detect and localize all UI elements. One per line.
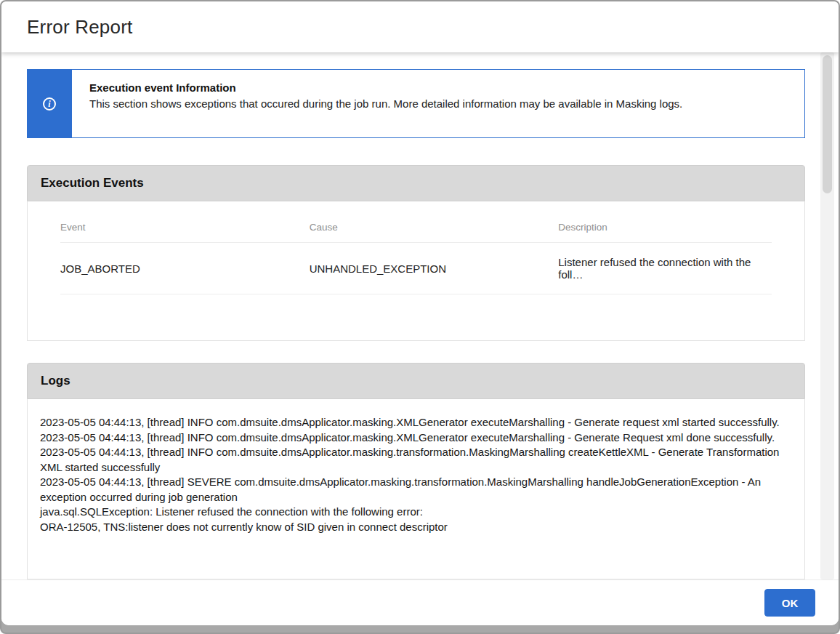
info-icon: i	[43, 97, 56, 111]
cell-description: Listener refused the connection with the…	[558, 243, 772, 294]
page-background: Error Report i Execution event Informati…	[0, 0, 840, 634]
execution-events-title: Execution Events	[41, 176, 144, 190]
cell-event: JOB_ABORTED	[60, 243, 310, 294]
dialog-scrollbar[interactable]	[820, 52, 834, 579]
ok-button[interactable]: OK	[764, 589, 815, 617]
log-line: 2023-05-05 04:44:13, [thread] INFO com.d…	[40, 445, 783, 475]
logs-title: Logs	[41, 374, 70, 388]
log-line: 2023-05-05 04:44:13, [thread] SEVERE com…	[40, 475, 783, 505]
log-line: ORA-12505, TNS:listener does not current…	[40, 520, 783, 535]
column-header-event: Event	[60, 201, 310, 243]
cell-cause: UNHANDLED_EXCEPTION	[310, 243, 559, 294]
column-header-cause: Cause	[310, 201, 559, 243]
dialog-footer: OK	[1, 579, 839, 625]
dialog-body: i Execution event Information This secti…	[1, 52, 839, 579]
logs-header: Logs	[27, 363, 805, 399]
execution-events-header: Execution Events	[27, 165, 805, 201]
error-report-dialog: Error Report i Execution event Informati…	[1, 1, 839, 625]
execution-events-body: Event Cause Description JOB_ABORTED UNHA…	[27, 201, 805, 341]
info-banner-text: This section shows exceptions that occur…	[89, 97, 682, 110]
execution-events-panel: Execution Events Event Cause Description	[27, 165, 805, 341]
info-icon-box: i	[27, 69, 72, 138]
logs-panel: Logs 2023-05-05 04:44:13, [thread] INFO …	[27, 363, 805, 579]
dialog-header: Error Report	[1, 1, 839, 52]
table-header-row: Event Cause Description	[60, 201, 772, 243]
dialog-title: Error Report	[27, 16, 132, 39]
info-banner-content: Execution event Information This section…	[72, 70, 700, 137]
column-header-description: Description	[558, 201, 772, 243]
log-line: java.sql.SQLException: Listener refused …	[40, 505, 783, 520]
log-line: 2023-05-05 04:44:13, [thread] INFO com.d…	[40, 415, 783, 430]
info-banner: i Execution event Information This secti…	[27, 69, 805, 138]
info-banner-title: Execution event Information	[89, 81, 682, 94]
logs-body: 2023-05-05 04:44:13, [thread] INFO com.d…	[27, 399, 805, 579]
table-row: JOB_ABORTED UNHANDLED_EXCEPTION Listener…	[60, 243, 772, 294]
log-line: 2023-05-05 04:44:13, [thread] INFO com.d…	[40, 430, 783, 446]
execution-events-table: Event Cause Description JOB_ABORTED UNHA…	[60, 201, 772, 294]
scrollbar-thumb[interactable]	[823, 55, 832, 193]
